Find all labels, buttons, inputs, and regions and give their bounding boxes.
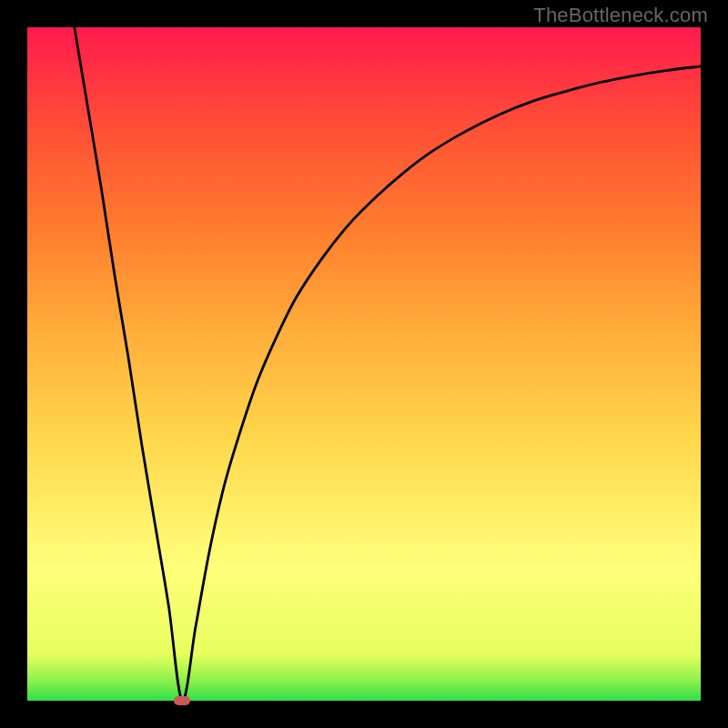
curve-svg [27,27,701,701]
watermark-text: TheBottleneck.com [533,4,708,27]
plot-area [27,27,701,701]
chart-container: TheBottleneck.com [0,0,728,728]
curve-line [75,27,701,701]
minimum-marker [174,696,190,705]
